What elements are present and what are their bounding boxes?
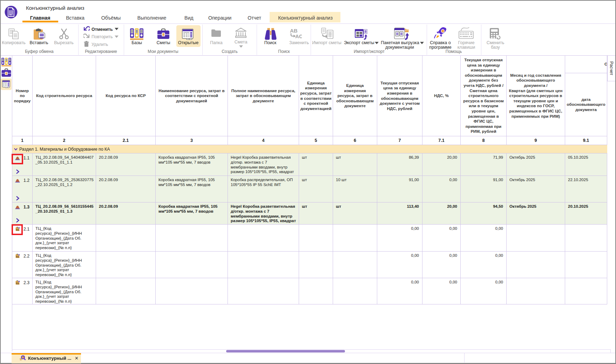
svg-text:AC: AC xyxy=(295,33,302,39)
svg-text:AB: AB xyxy=(290,28,298,34)
